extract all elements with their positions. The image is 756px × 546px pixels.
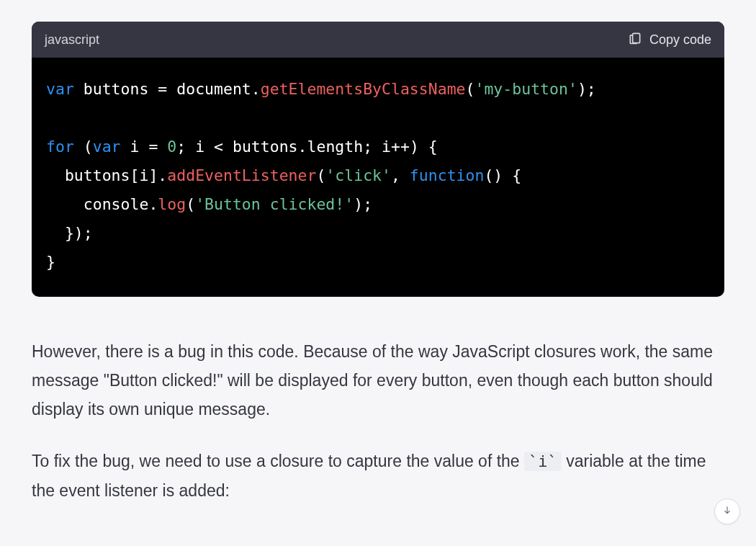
arrow-down-icon	[722, 505, 732, 518]
inline-code: `i`	[524, 452, 562, 471]
paragraph: However, there is a bug in this code. Be…	[32, 337, 717, 424]
copy-code-button[interactable]: Copy code	[628, 30, 711, 50]
clipboard-icon	[628, 30, 642, 50]
svg-rect-0	[633, 33, 640, 42]
prose-section: However, there is a bug in this code. Be…	[32, 337, 724, 505]
article-content: javascript Copy code var buttons = docum…	[0, 0, 756, 505]
code-language-label: javascript	[45, 32, 99, 48]
copy-code-label: Copy code	[649, 32, 711, 48]
code-block-header: javascript Copy code	[32, 22, 724, 58]
text-run: To fix the bug, we need to use a closure…	[32, 452, 524, 470]
paragraph: To fix the bug, we need to use a closure…	[32, 447, 717, 505]
scroll-down-button[interactable]	[714, 498, 740, 524]
code-block: javascript Copy code var buttons = docum…	[32, 22, 724, 297]
code-body[interactable]: var buttons = document.getElementsByClas…	[32, 58, 724, 297]
